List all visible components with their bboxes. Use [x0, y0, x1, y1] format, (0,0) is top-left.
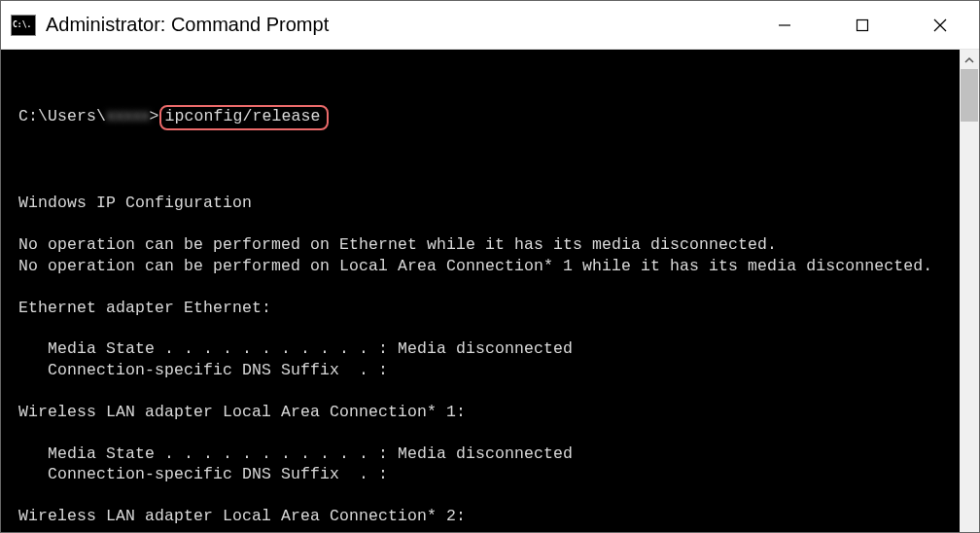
- maximize-button[interactable]: [823, 1, 901, 49]
- output-line: Media State . . . . . . . . . . . : Medi…: [18, 338, 958, 359]
- output-line: [18, 380, 958, 401]
- prompt-path: C:\Users\: [18, 107, 106, 125]
- output-line: Windows IP Configuration: [18, 193, 958, 213]
- output-line: Ethernet adapter Ethernet:: [18, 298, 958, 318]
- window-controls: [746, 1, 979, 49]
- output-line: Media State . . . . . . . . . . . : Medi…: [18, 444, 958, 464]
- terminal-output[interactable]: C:\Users\xxxxx>ipconfig/release Windows …: [1, 50, 960, 532]
- content-area: C:\Users\xxxxx>ipconfig/release Windows …: [1, 50, 979, 532]
- highlighted-command: ipconfig/release: [159, 105, 329, 130]
- window-title: Administrator: Command Prompt: [46, 14, 329, 36]
- minimize-icon: [778, 18, 791, 32]
- minimize-button[interactable]: [746, 1, 823, 49]
- maximize-icon: [856, 18, 869, 32]
- output-line: [18, 422, 958, 443]
- close-icon: [933, 18, 947, 32]
- output-line: No operation can be performed on Etherne…: [18, 234, 958, 255]
- output-line: [18, 318, 958, 338]
- prompt-username: xxxxx: [106, 106, 150, 126]
- output-line: No operation can be performed on Local A…: [18, 256, 958, 276]
- output-line: [18, 172, 958, 193]
- titlebar: C:\. Administrator: Command Prompt: [1, 1, 979, 50]
- output-line: Wireless LAN adapter Local Area Connecti…: [18, 402, 958, 422]
- output-line: [18, 484, 958, 505]
- prompt-gt: >: [150, 107, 159, 125]
- scroll-up-icon: [964, 55, 974, 65]
- svg-rect-1: [858, 19, 868, 30]
- output-line: Connection-specific DNS Suffix . :: [18, 464, 958, 484]
- output-line: [18, 214, 958, 234]
- vertical-scrollbar[interactable]: [960, 50, 979, 532]
- prompt-line: C:\Users\xxxxx>ipconfig/release: [18, 105, 958, 130]
- cmd-icon: C:\.: [11, 15, 36, 36]
- close-button[interactable]: [901, 1, 979, 49]
- output-line: Connection-specific DNS Suffix . :: [18, 360, 958, 380]
- output-line: [18, 276, 958, 297]
- scrollbar-thumb[interactable]: [961, 69, 978, 122]
- output-line: Wireless LAN adapter Local Area Connecti…: [18, 506, 958, 526]
- output-line: [18, 526, 958, 532]
- cmd-window: C:\. Administrator: Command Prompt C:\Us…: [0, 0, 980, 533]
